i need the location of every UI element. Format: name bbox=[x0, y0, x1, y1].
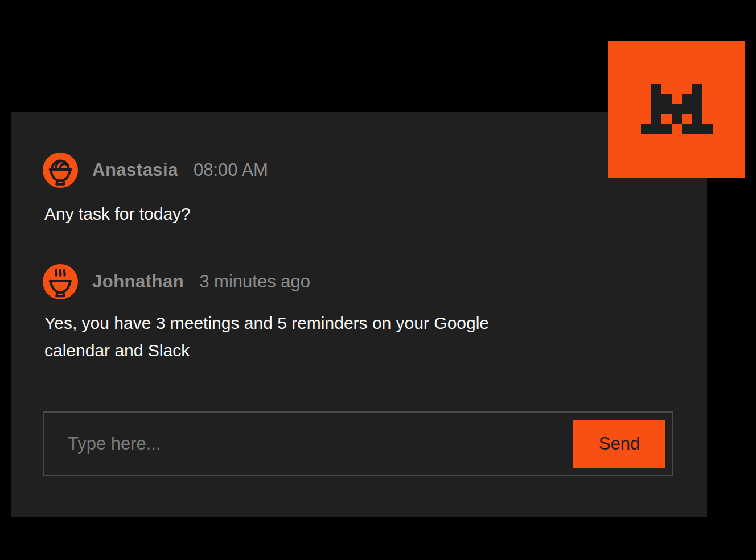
author-name: Johnathan bbox=[92, 271, 184, 292]
message-composer: Send bbox=[43, 411, 673, 476]
message-text: Yes, you have 3 meetings and 5 reminders… bbox=[44, 310, 545, 364]
avatar bbox=[43, 153, 78, 188]
author-name: Anastasia bbox=[92, 160, 178, 180]
message-header: Johnathan 3 minutes ago bbox=[43, 264, 310, 299]
send-button[interactable]: Send bbox=[573, 420, 665, 468]
message-text: Any task for today? bbox=[44, 203, 191, 225]
avatar bbox=[43, 264, 78, 299]
app-logo bbox=[608, 41, 745, 178]
message-timestamp: 08:00 AM bbox=[194, 160, 268, 180]
rice-bowl-icon bbox=[43, 153, 78, 188]
chat-panel: Anastasia 08:00 AM Any task for today? J… bbox=[11, 112, 707, 517]
steaming-bowl-icon bbox=[43, 264, 78, 299]
message-timestamp: 3 minutes ago bbox=[199, 271, 310, 292]
message-header: Anastasia 08:00 AM bbox=[43, 153, 268, 188]
